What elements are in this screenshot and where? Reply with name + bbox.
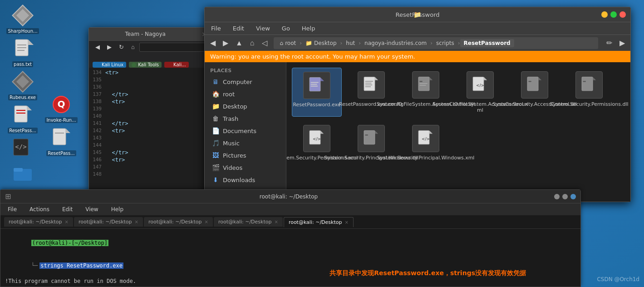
sidebar-item-root[interactable]: 🏠 root: [206, 88, 284, 100]
term-tab-2-close[interactable]: ×: [205, 219, 208, 224]
sidebar-item-documents[interactable]: 📄 Documents: [206, 125, 284, 137]
menu-file[interactable]: File: [208, 24, 224, 33]
sidebar-item-downloads[interactable]: ⬇ Downloads: [206, 174, 284, 186]
sidebar-item-trash[interactable]: 🗑 Trash: [206, 113, 284, 124]
term-tab-3[interactable]: root@kali: ~/Desktop ×: [214, 217, 283, 227]
desktop-icon-resetpass2-label: ResetPass...: [46, 150, 76, 156]
desktop-icons-col2: Q Invoke-Run... ResetPass...: [43, 5, 79, 156]
breadcrumb-resetpassword[interactable]: ResetPassword: [460, 39, 514, 47]
file-item-system-security-access[interactable]: System.Security.AccessControl.dll: [510, 68, 560, 117]
desktop-icon-folder[interactable]: [5, 162, 41, 183]
sidebar: Places 🖥 Computer 🏠 root 📁 Desktop 🗑 Tra…: [205, 62, 286, 202]
term-tab-1-close[interactable]: ×: [135, 219, 138, 224]
terminal-icon: ⊞: [5, 192, 11, 201]
menu-help[interactable]: Help: [299, 24, 318, 33]
desktop-icon-invoke[interactable]: Q Invoke-Run...: [43, 94, 79, 123]
term-close-btn[interactable]: [570, 194, 576, 199]
term-tab-3-close[interactable]: ×: [274, 219, 278, 224]
nav-edit-btn[interactable]: ✏: [604, 37, 615, 49]
file-item-system-security-perm[interactable]: System.Security.Permissions.dll: [564, 68, 614, 117]
terminal-body[interactable]: (root@kali)-[~/Desktop] └─strings ResetP…: [0, 229, 580, 287]
window-close-btn[interactable]: [619, 11, 626, 18]
menu-edit[interactable]: Edit: [230, 24, 247, 33]
documents-icon: 📄: [212, 127, 219, 134]
sep5: ›: [458, 40, 460, 46]
breadcrumb-root[interactable]: ⌂ root: [276, 39, 300, 47]
sidebar-item-computer[interactable]: 🖥 Computer: [206, 76, 284, 88]
window-maximize-btn[interactable]: [610, 11, 617, 18]
svg-marker-10: [27, 106, 32, 110]
svg-marker-57: [429, 130, 433, 134]
breadcrumb-scripts[interactable]: scripts: [433, 39, 458, 47]
file-item-resetpassword-config[interactable]: ResetPassword.exe.config: [346, 68, 396, 117]
trash-icon: 🗑: [212, 115, 219, 122]
nav-more-btn[interactable]: ▶: [617, 37, 628, 49]
spacer1: [43, 5, 79, 45]
terminal-title: root@kali: ~/Desktop: [23, 193, 554, 200]
svg-marker-51: [320, 130, 324, 134]
kali-linux-tab[interactable]: Kali Linux: [93, 62, 126, 68]
code-line-138: 138 <tr>: [89, 99, 211, 106]
term-menu-edit[interactable]: Edit: [59, 205, 75, 213]
term-menu-actions[interactable]: Actions: [27, 205, 52, 213]
term-tab-4[interactable]: root@kali: ~/Desktop ×: [284, 217, 354, 227]
desktop-icon-sharpound[interactable]: SharpHoun...: [5, 5, 41, 34]
desktop-icon-resetpass2[interactable]: ResetPass...: [43, 127, 79, 156]
code-line-141: 141 </tr>: [89, 120, 211, 128]
breadcrumb-hut[interactable]: hut: [342, 39, 359, 47]
sidebar-item-videos[interactable]: 🎬 Videos: [206, 162, 284, 173]
term-tab-0-close[interactable]: ×: [65, 219, 69, 224]
term-cursor: └─: [31, 262, 39, 269]
term-menu-file[interactable]: File: [5, 205, 20, 213]
code-line-147: 147: [89, 164, 211, 171]
code-content[interactable]: 134 <tr> 135 136 137 </tr> 138 <tr> 139: [89, 68, 211, 190]
nav-home-btn[interactable]: ⌂: [247, 37, 257, 49]
content-area[interactable]: ResetPassword.exe ResetP: [286, 62, 630, 202]
desktop-icons-col1: SharpHoun... pass.txt Rubeu: [5, 5, 41, 134]
svg-rect-47: [582, 77, 593, 90]
videos-icon: 🎬: [212, 164, 219, 171]
term-menu-help[interactable]: Help: [108, 205, 126, 213]
menu-go[interactable]: Go: [279, 24, 293, 33]
sidebar-item-pictures[interactable]: 🖼 Pictures: [206, 149, 284, 161]
term-minimize-btn[interactable]: [554, 194, 560, 199]
desktop-icon-code[interactable]: </>: [5, 136, 41, 158]
menu-view[interactable]: View: [253, 24, 273, 33]
file-manager-toolbar: ◀ ▶ ▲ ⌂ ◁ ⌂ root › 📁 Desktop › hut › nag…: [205, 35, 630, 51]
sidebar-item-desktop[interactable]: 📁 Desktop: [206, 100, 284, 112]
code-back-btn[interactable]: ◀: [93, 42, 103, 52]
svg-rect-29: [310, 86, 318, 87]
desktop-icon-pass[interactable]: pass.txt: [5, 38, 41, 67]
nav-forward-btn[interactable]: ▶: [220, 37, 231, 49]
code-nav-toolbar: ◀ ▶ ↻ ⌂: [89, 40, 211, 53]
window-minimize-btn[interactable]: [601, 11, 608, 18]
system-io-access-icon: [412, 71, 439, 99]
breadcrumb-desktop[interactable]: 📁 Desktop: [302, 39, 340, 47]
term-tab-4-close[interactable]: ×: [344, 220, 348, 225]
code-home-btn[interactable]: ⌂: [128, 42, 138, 52]
code-line-139: 139: [89, 106, 211, 113]
code-forward-btn[interactable]: ▶: [104, 42, 114, 52]
svg-rect-21: [14, 168, 23, 172]
term-tab-1[interactable]: root@kali: ~/Desktop ×: [74, 217, 143, 227]
sidebar-item-music[interactable]: 🎵 Music: [206, 137, 284, 149]
kali-red-tab[interactable]: Kali...: [164, 62, 189, 68]
desktop-icon-rubeus[interactable]: Rubeus.exe: [5, 71, 41, 100]
file-item-system-io-accessx[interactable]: </> System.IO.FileSystem.AccessControl.x…: [455, 68, 505, 117]
kali-tools-tab[interactable]: Kali Tools: [129, 62, 162, 68]
nav-up-btn[interactable]: ▲: [233, 37, 246, 49]
desktop-icon-resetpass[interactable]: ResetPass...: [5, 104, 41, 134]
nav-back-btn[interactable]: ◀: [207, 37, 218, 49]
code-url-bar[interactable]: [139, 43, 207, 52]
code-refresh-btn[interactable]: ↻: [116, 42, 127, 52]
term-tab-0[interactable]: root@kali: ~/Desktop ×: [4, 217, 73, 227]
file-item-system-security-priwinxml[interactable]: </> System.Security.Principal.Windows.xm…: [401, 121, 451, 164]
file-item-resetpassword-exe[interactable]: ResetPassword.exe: [292, 68, 342, 117]
term-line-4: .text: [5, 285, 576, 287]
nav-prev-btn[interactable]: ◁: [259, 37, 270, 49]
term-maximize-btn[interactable]: [562, 194, 568, 199]
term-menu-view[interactable]: View: [83, 205, 101, 213]
term-tab-2[interactable]: root@kali: ~/Desktop ×: [144, 217, 213, 227]
term-line-1: (root@kali)-[~/Desktop]: [5, 232, 576, 254]
breadcrumb-nagoya[interactable]: nagoya-industries.com: [361, 39, 430, 47]
